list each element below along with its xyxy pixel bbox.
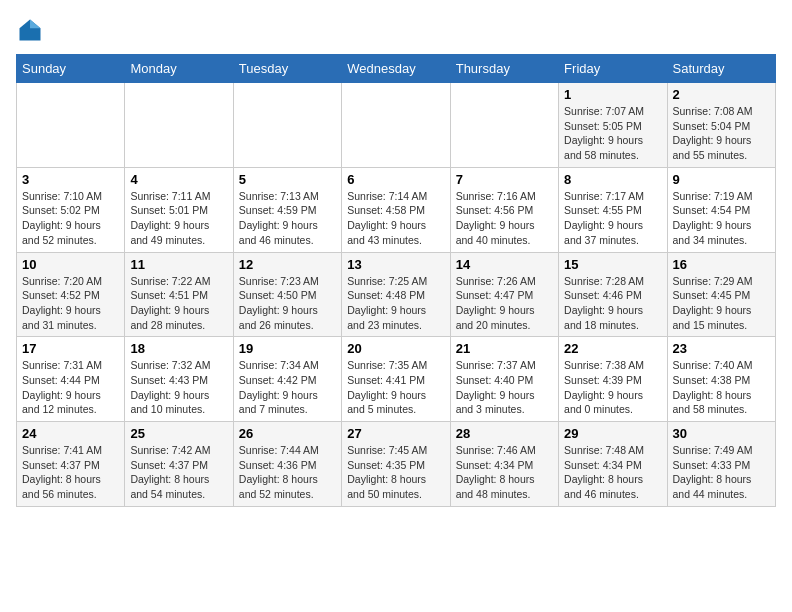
day-number: 14 <box>456 257 553 272</box>
day-number: 23 <box>673 341 770 356</box>
day-number: 3 <box>22 172 119 187</box>
calendar-cell <box>233 83 341 168</box>
weekday-header-saturday: Saturday <box>667 55 775 83</box>
day-number: 11 <box>130 257 227 272</box>
calendar-cell: 17Sunrise: 7:31 AM Sunset: 4:44 PM Dayli… <box>17 337 125 422</box>
logo <box>16 16 48 44</box>
weekday-header-thursday: Thursday <box>450 55 558 83</box>
day-number: 1 <box>564 87 661 102</box>
day-info: Sunrise: 7:10 AM Sunset: 5:02 PM Dayligh… <box>22 189 119 248</box>
calendar-cell <box>450 83 558 168</box>
calendar-cell: 11Sunrise: 7:22 AM Sunset: 4:51 PM Dayli… <box>125 252 233 337</box>
calendar-cell: 5Sunrise: 7:13 AM Sunset: 4:59 PM Daylig… <box>233 167 341 252</box>
calendar-table: SundayMondayTuesdayWednesdayThursdayFrid… <box>16 54 776 507</box>
day-number: 4 <box>130 172 227 187</box>
day-info: Sunrise: 7:44 AM Sunset: 4:36 PM Dayligh… <box>239 443 336 502</box>
day-number: 2 <box>673 87 770 102</box>
day-info: Sunrise: 7:13 AM Sunset: 4:59 PM Dayligh… <box>239 189 336 248</box>
day-info: Sunrise: 7:08 AM Sunset: 5:04 PM Dayligh… <box>673 104 770 163</box>
day-info: Sunrise: 7:31 AM Sunset: 4:44 PM Dayligh… <box>22 358 119 417</box>
day-number: 22 <box>564 341 661 356</box>
day-info: Sunrise: 7:07 AM Sunset: 5:05 PM Dayligh… <box>564 104 661 163</box>
calendar-cell: 1Sunrise: 7:07 AM Sunset: 5:05 PM Daylig… <box>559 83 667 168</box>
calendar-cell: 9Sunrise: 7:19 AM Sunset: 4:54 PM Daylig… <box>667 167 775 252</box>
day-number: 30 <box>673 426 770 441</box>
weekday-header-monday: Monday <box>125 55 233 83</box>
weekday-header-sunday: Sunday <box>17 55 125 83</box>
day-info: Sunrise: 7:23 AM Sunset: 4:50 PM Dayligh… <box>239 274 336 333</box>
calendar-cell: 7Sunrise: 7:16 AM Sunset: 4:56 PM Daylig… <box>450 167 558 252</box>
calendar-header-row: SundayMondayTuesdayWednesdayThursdayFrid… <box>17 55 776 83</box>
day-number: 25 <box>130 426 227 441</box>
calendar-cell: 10Sunrise: 7:20 AM Sunset: 4:52 PM Dayli… <box>17 252 125 337</box>
day-number: 12 <box>239 257 336 272</box>
day-info: Sunrise: 7:19 AM Sunset: 4:54 PM Dayligh… <box>673 189 770 248</box>
day-number: 20 <box>347 341 444 356</box>
day-info: Sunrise: 7:22 AM Sunset: 4:51 PM Dayligh… <box>130 274 227 333</box>
calendar-cell: 12Sunrise: 7:23 AM Sunset: 4:50 PM Dayli… <box>233 252 341 337</box>
day-info: Sunrise: 7:26 AM Sunset: 4:47 PM Dayligh… <box>456 274 553 333</box>
calendar-cell: 6Sunrise: 7:14 AM Sunset: 4:58 PM Daylig… <box>342 167 450 252</box>
calendar-week-row: 24Sunrise: 7:41 AM Sunset: 4:37 PM Dayli… <box>17 422 776 507</box>
calendar-week-row: 1Sunrise: 7:07 AM Sunset: 5:05 PM Daylig… <box>17 83 776 168</box>
calendar-cell: 15Sunrise: 7:28 AM Sunset: 4:46 PM Dayli… <box>559 252 667 337</box>
weekday-header-wednesday: Wednesday <box>342 55 450 83</box>
day-info: Sunrise: 7:32 AM Sunset: 4:43 PM Dayligh… <box>130 358 227 417</box>
day-info: Sunrise: 7:48 AM Sunset: 4:34 PM Dayligh… <box>564 443 661 502</box>
calendar-cell: 16Sunrise: 7:29 AM Sunset: 4:45 PM Dayli… <box>667 252 775 337</box>
weekday-header-tuesday: Tuesday <box>233 55 341 83</box>
day-number: 15 <box>564 257 661 272</box>
calendar-cell <box>125 83 233 168</box>
weekday-header-friday: Friday <box>559 55 667 83</box>
day-info: Sunrise: 7:40 AM Sunset: 4:38 PM Dayligh… <box>673 358 770 417</box>
day-info: Sunrise: 7:38 AM Sunset: 4:39 PM Dayligh… <box>564 358 661 417</box>
calendar-body: 1Sunrise: 7:07 AM Sunset: 5:05 PM Daylig… <box>17 83 776 507</box>
calendar-cell: 8Sunrise: 7:17 AM Sunset: 4:55 PM Daylig… <box>559 167 667 252</box>
day-number: 13 <box>347 257 444 272</box>
day-number: 6 <box>347 172 444 187</box>
day-number: 17 <box>22 341 119 356</box>
day-number: 10 <box>22 257 119 272</box>
day-number: 18 <box>130 341 227 356</box>
calendar-week-row: 17Sunrise: 7:31 AM Sunset: 4:44 PM Dayli… <box>17 337 776 422</box>
day-info: Sunrise: 7:34 AM Sunset: 4:42 PM Dayligh… <box>239 358 336 417</box>
calendar-cell: 14Sunrise: 7:26 AM Sunset: 4:47 PM Dayli… <box>450 252 558 337</box>
calendar-cell: 20Sunrise: 7:35 AM Sunset: 4:41 PM Dayli… <box>342 337 450 422</box>
svg-marker-1 <box>30 20 41 29</box>
calendar-cell: 4Sunrise: 7:11 AM Sunset: 5:01 PM Daylig… <box>125 167 233 252</box>
page-header <box>16 16 776 44</box>
calendar-cell: 13Sunrise: 7:25 AM Sunset: 4:48 PM Dayli… <box>342 252 450 337</box>
day-info: Sunrise: 7:35 AM Sunset: 4:41 PM Dayligh… <box>347 358 444 417</box>
calendar-cell: 23Sunrise: 7:40 AM Sunset: 4:38 PM Dayli… <box>667 337 775 422</box>
calendar-cell: 18Sunrise: 7:32 AM Sunset: 4:43 PM Dayli… <box>125 337 233 422</box>
day-number: 21 <box>456 341 553 356</box>
calendar-cell: 2Sunrise: 7:08 AM Sunset: 5:04 PM Daylig… <box>667 83 775 168</box>
calendar-cell: 28Sunrise: 7:46 AM Sunset: 4:34 PM Dayli… <box>450 422 558 507</box>
calendar-cell <box>17 83 125 168</box>
calendar-cell: 27Sunrise: 7:45 AM Sunset: 4:35 PM Dayli… <box>342 422 450 507</box>
calendar-cell: 25Sunrise: 7:42 AM Sunset: 4:37 PM Dayli… <box>125 422 233 507</box>
day-info: Sunrise: 7:25 AM Sunset: 4:48 PM Dayligh… <box>347 274 444 333</box>
day-info: Sunrise: 7:29 AM Sunset: 4:45 PM Dayligh… <box>673 274 770 333</box>
day-number: 24 <box>22 426 119 441</box>
calendar-cell: 24Sunrise: 7:41 AM Sunset: 4:37 PM Dayli… <box>17 422 125 507</box>
day-number: 27 <box>347 426 444 441</box>
day-info: Sunrise: 7:46 AM Sunset: 4:34 PM Dayligh… <box>456 443 553 502</box>
day-info: Sunrise: 7:20 AM Sunset: 4:52 PM Dayligh… <box>22 274 119 333</box>
day-number: 28 <box>456 426 553 441</box>
day-info: Sunrise: 7:42 AM Sunset: 4:37 PM Dayligh… <box>130 443 227 502</box>
day-number: 16 <box>673 257 770 272</box>
calendar-cell: 21Sunrise: 7:37 AM Sunset: 4:40 PM Dayli… <box>450 337 558 422</box>
day-number: 29 <box>564 426 661 441</box>
calendar-cell <box>342 83 450 168</box>
day-number: 8 <box>564 172 661 187</box>
day-info: Sunrise: 7:11 AM Sunset: 5:01 PM Dayligh… <box>130 189 227 248</box>
day-info: Sunrise: 7:49 AM Sunset: 4:33 PM Dayligh… <box>673 443 770 502</box>
day-number: 7 <box>456 172 553 187</box>
calendar-cell: 19Sunrise: 7:34 AM Sunset: 4:42 PM Dayli… <box>233 337 341 422</box>
day-info: Sunrise: 7:14 AM Sunset: 4:58 PM Dayligh… <box>347 189 444 248</box>
day-info: Sunrise: 7:16 AM Sunset: 4:56 PM Dayligh… <box>456 189 553 248</box>
calendar-week-row: 3Sunrise: 7:10 AM Sunset: 5:02 PM Daylig… <box>17 167 776 252</box>
day-number: 9 <box>673 172 770 187</box>
calendar-cell: 30Sunrise: 7:49 AM Sunset: 4:33 PM Dayli… <box>667 422 775 507</box>
